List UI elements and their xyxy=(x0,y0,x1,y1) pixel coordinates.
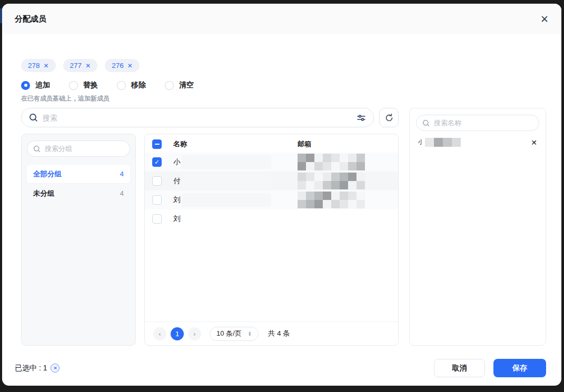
dialog-title: 分配成员 xyxy=(15,14,46,24)
radio-icon[interactable] xyxy=(69,81,78,90)
mode-option-3[interactable]: 清空 xyxy=(165,81,194,90)
prev-page-button[interactable]: ‹ xyxy=(153,327,166,340)
name-redaction-mosaic xyxy=(425,138,461,147)
cell-email xyxy=(298,154,365,170)
pagination-bar: ‹ 1 › 10 条/页 ▲▼ 共 4 条 xyxy=(145,321,398,345)
total-count-label: 共 4 条 xyxy=(268,329,290,338)
save-button[interactable]: 保存 xyxy=(493,359,546,377)
name-redaction-blur xyxy=(182,155,271,169)
column-header-name: 名称 xyxy=(173,139,298,149)
refresh-icon xyxy=(384,113,394,123)
group-search-input[interactable] xyxy=(45,145,124,153)
selected-count: 已选中 : 1 ✕ xyxy=(15,364,60,373)
member-name-fragment: 付 xyxy=(173,176,181,186)
cell-email xyxy=(298,173,365,189)
search-icon xyxy=(422,119,430,127)
id-tag[interactable]: 277✕ xyxy=(63,59,98,72)
mode-option-2[interactable]: 移除 xyxy=(117,81,146,90)
mode-option-label: 清空 xyxy=(179,81,194,90)
member-name-fragment: 小 xyxy=(173,157,181,167)
assign-members-dialog: 分配成员 ✕ 278✕277✕276✕ 追加替换移除清空 在已有成员基础上，追加… xyxy=(2,4,561,386)
table-row[interactable]: 刘 xyxy=(145,190,398,209)
cell-name: 小 xyxy=(173,155,298,169)
tag-remove-icon[interactable]: ✕ xyxy=(127,62,133,69)
email-redaction-mosaic xyxy=(298,154,365,170)
search-icon xyxy=(29,113,38,122)
clear-selection-icon[interactable]: ✕ xyxy=(51,364,60,373)
next-page-button[interactable]: › xyxy=(188,327,201,340)
group-item-count: 4 xyxy=(120,170,124,178)
group-item-label: 未分组 xyxy=(33,189,55,198)
group-item-1[interactable]: 未分组4 xyxy=(27,184,130,203)
member-search-input[interactable] xyxy=(43,114,352,122)
email-redaction-mosaic xyxy=(298,173,365,189)
table-row[interactable]: 刘 xyxy=(145,209,398,228)
group-item-0[interactable]: 全部分组4 xyxy=(27,165,130,183)
selected-name-fragment: 小 xyxy=(418,138,422,146)
row-checkbox[interactable] xyxy=(152,214,162,224)
mode-option-label: 移除 xyxy=(131,81,146,90)
id-tag[interactable]: 276✕ xyxy=(105,59,140,72)
mode-option-0[interactable]: 追加 xyxy=(21,81,50,90)
dialog-header: 分配成员 ✕ xyxy=(2,4,561,34)
mode-option-label: 追加 xyxy=(35,81,50,90)
member-name-fragment: 刘 xyxy=(173,195,181,205)
member-name-fragment: 刘 xyxy=(173,214,181,224)
table-row[interactable]: 付 xyxy=(145,172,398,190)
column-header-email: 邮箱 xyxy=(298,139,311,149)
name-redaction-blur xyxy=(182,174,271,188)
group-search-box xyxy=(27,140,130,157)
filter-sliders-icon[interactable] xyxy=(357,113,366,123)
group-filter-panel: 全部分组4未分组4 xyxy=(21,134,136,346)
dialog-footer: 已选中 : 1 ✕ 取消 保存 xyxy=(15,359,546,377)
group-item-label: 全部分组 xyxy=(33,169,62,179)
id-tag[interactable]: 278✕ xyxy=(21,59,56,72)
selected-search-input[interactable] xyxy=(434,119,533,127)
row-checkbox[interactable] xyxy=(152,176,162,186)
tag-label: 277 xyxy=(70,62,82,69)
group-item-count: 4 xyxy=(120,189,124,197)
page-size-select[interactable]: 10 条/页 ▲▼ xyxy=(210,327,259,341)
cell-name: 刘 xyxy=(173,214,298,224)
search-icon xyxy=(33,145,41,153)
remove-selected-icon[interactable]: ✕ xyxy=(531,138,537,147)
row-checkbox[interactable]: ✓ xyxy=(152,157,162,167)
row-checkbox[interactable] xyxy=(152,195,162,205)
tag-remove-icon[interactable]: ✕ xyxy=(85,62,91,69)
selected-member-item: 小✕ xyxy=(416,138,539,147)
radio-icon[interactable] xyxy=(165,81,174,90)
close-icon[interactable]: ✕ xyxy=(540,14,549,24)
group-list: 全部分组4未分组4 xyxy=(27,165,130,203)
email-redaction-mosaic xyxy=(298,192,365,208)
member-table-panel: 名称 邮箱 ✓小付刘刘 ‹ 1 › 10 条/页 ▲▼ xyxy=(144,134,399,346)
mode-radio-group: 追加替换移除清空 xyxy=(21,81,546,90)
selected-member-list: 小✕ xyxy=(416,138,539,147)
selected-id-tags: 278✕277✕276✕ xyxy=(21,59,546,72)
selected-members-panel: 小✕ xyxy=(409,108,546,346)
mode-hint-text: 在已有成员基础上，追加新成员 xyxy=(21,94,546,103)
radio-icon[interactable] xyxy=(117,81,126,90)
select-all-checkbox[interactable] xyxy=(152,139,162,149)
cancel-button[interactable]: 取消 xyxy=(434,359,485,377)
cell-email xyxy=(298,192,365,208)
tag-label: 278 xyxy=(28,62,40,69)
tag-label: 276 xyxy=(112,62,124,69)
table-row[interactable]: ✓小 xyxy=(145,153,398,172)
page-size-value: 10 条/页 xyxy=(216,329,242,338)
cell-name: 付 xyxy=(173,174,298,188)
radio-icon[interactable] xyxy=(21,81,30,90)
name-redaction-blur xyxy=(182,193,271,207)
table-body: ✓小付刘刘 xyxy=(145,153,398,228)
cell-name: 刘 xyxy=(173,193,298,207)
page-number-button[interactable]: 1 xyxy=(171,327,184,340)
tag-remove-icon[interactable]: ✕ xyxy=(44,62,49,69)
mode-option-label: 替换 xyxy=(83,81,98,90)
mode-option-1[interactable]: 替换 xyxy=(69,81,98,90)
select-caret-icon: ▲▼ xyxy=(248,331,252,336)
refresh-button[interactable] xyxy=(379,108,399,127)
selected-search-box xyxy=(416,115,539,131)
selected-count-label: 已选中 : 1 xyxy=(15,364,47,373)
member-search-box xyxy=(21,108,374,127)
table-header-row: 名称 邮箱 xyxy=(145,135,398,153)
